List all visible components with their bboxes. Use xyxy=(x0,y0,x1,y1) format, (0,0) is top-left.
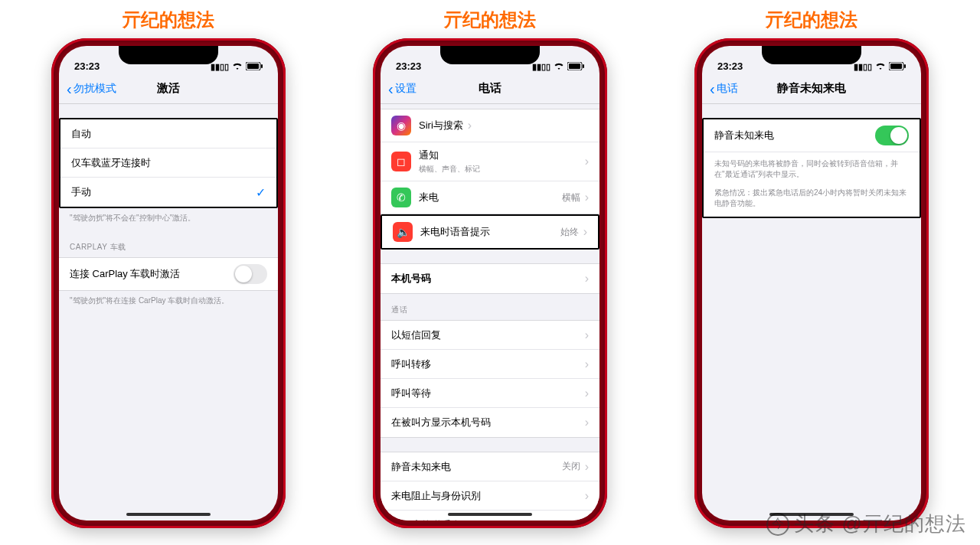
siri-icon: ◉ xyxy=(391,116,411,135)
page-title: 激活 xyxy=(157,81,180,96)
row-show-my-caller-id[interactable]: 在被叫方显示本机号码 › xyxy=(381,408,599,437)
wifi-icon xyxy=(554,63,564,72)
signal-icon: ▮▮▯▯ xyxy=(532,62,550,72)
carplay-toggle-row[interactable]: 连接 CarPlay 车载时激活 xyxy=(59,258,278,290)
row-call-waiting[interactable]: 呼叫等待 › xyxy=(381,379,599,408)
chevron-right-icon: › xyxy=(468,119,472,132)
chevron-left-icon: ‹ xyxy=(710,81,715,96)
row-incoming-calls[interactable]: ✆ 来电 横幅 › xyxy=(381,181,599,214)
chevron-right-icon: › xyxy=(585,387,589,400)
back-button[interactable]: ‹ 设置 xyxy=(388,73,416,103)
option-bluetooth[interactable]: 仅车载蓝牙连接时 xyxy=(60,148,276,178)
row-announce-calls[interactable]: 🔈 来电时语音提示 始终 › xyxy=(382,216,598,248)
silence-unknown-group: 静音未知来电 未知号码的来电将被静音，同时会被转到语音信箱，并在"最近通话"列表… xyxy=(702,118,921,218)
note-1: "驾驶勿扰"将不会在"控制中心"激活。 xyxy=(59,208,278,231)
caption-3: 亓纪的想法 xyxy=(766,8,858,32)
status-time: 23:23 xyxy=(396,60,421,72)
option-auto[interactable]: 自动 xyxy=(60,119,276,148)
back-label: 电话 xyxy=(717,82,738,96)
page-title: 电话 xyxy=(479,81,501,96)
wifi-icon xyxy=(232,63,243,72)
phone-frame-3: 23:23 ▮▮▯▯ ‹ 电话 xyxy=(694,38,929,528)
row-notifications[interactable]: ◻ 通知 横幅、声音、标记 › xyxy=(381,142,599,181)
chevron-right-icon: › xyxy=(583,225,587,239)
chevron-right-icon: › xyxy=(585,518,589,521)
chevron-right-icon: › xyxy=(585,191,589,204)
row-call-forwarding[interactable]: 呼叫转移 › xyxy=(381,350,599,379)
nav-bar: ‹ 勿扰模式 激活 xyxy=(59,73,278,104)
silence-note-b: 紧急情况：拨出紧急电话后的24小时内将暂时关闭未知来电静音功能。 xyxy=(704,188,920,217)
battery-icon xyxy=(889,62,906,72)
row-siri-search[interactable]: ◉ Siri与搜索 › xyxy=(381,109,599,142)
chevron-left-icon: ‹ xyxy=(388,81,394,96)
row-silence-unknown[interactable]: 静音未知来电 关闭 › xyxy=(381,452,599,481)
home-indicator[interactable] xyxy=(448,513,532,516)
chevron-right-icon: › xyxy=(585,357,589,371)
svg-rect-2 xyxy=(247,64,259,69)
wifi-icon xyxy=(875,63,886,72)
page-title: 静音未知来电 xyxy=(777,81,846,96)
row-call-blocking-id[interactable]: 来电阻止与身份识别 › xyxy=(381,481,599,511)
status-icons: ▮▮▯▯ xyxy=(532,62,584,72)
back-button[interactable]: ‹ 电话 xyxy=(710,73,738,103)
svg-rect-4 xyxy=(583,64,584,68)
notch xyxy=(762,46,861,64)
battery-icon xyxy=(246,62,263,72)
status-time: 23:23 xyxy=(74,60,100,72)
notch xyxy=(119,46,218,64)
svg-rect-5 xyxy=(569,64,580,69)
row-respond-with-text[interactable]: 以短信回复 › xyxy=(381,321,599,350)
bell-icon: ◻ xyxy=(391,152,411,171)
notch xyxy=(440,46,540,64)
status-icons: ▮▮▯▯ xyxy=(211,62,263,72)
note-2: "驾驶勿扰"将在连接 CarPlay 车载时自动激活。 xyxy=(59,291,278,314)
checkmark-icon: ✓ xyxy=(256,185,266,200)
activate-options: 自动 仅车载蓝牙连接时 手动 ✓ xyxy=(59,118,278,208)
silence-note-a: 未知号码的来电将被静音，同时会被转到语音信箱，并在"最近通话"列表中显示。 xyxy=(704,152,920,188)
status-time: 23:23 xyxy=(717,60,743,72)
battery-icon xyxy=(567,62,584,72)
phone-frame-1: 23:23 ▮▮▯▯ ‹ 勿扰模式 xyxy=(51,38,286,528)
phone-frame-2: 23:23 ▮▮▯▯ ‹ 设置 xyxy=(373,38,607,528)
chevron-right-icon: › xyxy=(585,489,589,503)
silence-unknown-toggle-row[interactable]: 静音未知来电 xyxy=(704,119,920,152)
phone-icon: ✆ xyxy=(391,188,411,207)
silence-unknown-toggle[interactable] xyxy=(875,126,909,145)
chevron-right-icon: › xyxy=(585,155,589,168)
caption-2: 亓纪的想法 xyxy=(444,8,536,32)
svg-rect-8 xyxy=(890,64,902,69)
chevron-left-icon: ‹ xyxy=(67,81,72,96)
option-manual[interactable]: 手动 ✓ xyxy=(60,178,276,207)
signal-icon: ▮▮▯▯ xyxy=(211,62,229,72)
chevron-right-icon: › xyxy=(585,416,589,429)
svg-rect-1 xyxy=(261,64,263,68)
caption-1: 亓纪的想法 xyxy=(122,8,214,32)
back-label: 设置 xyxy=(395,82,416,96)
carplay-header: CARPLAY 车载 xyxy=(59,231,278,257)
carplay-toggle[interactable] xyxy=(234,264,267,284)
watermark-icon: 今 xyxy=(766,513,789,536)
back-label: 勿扰模式 xyxy=(74,82,116,96)
announce-icon: 🔈 xyxy=(393,222,413,242)
nav-bar: ‹ 设置 电话 xyxy=(381,73,599,104)
status-icons: ▮▮▯▯ xyxy=(854,62,906,72)
chevron-right-icon: › xyxy=(585,272,589,286)
calls-header: 通话 xyxy=(381,294,599,320)
signal-icon: ▮▮▯▯ xyxy=(854,62,872,72)
home-indicator[interactable] xyxy=(769,513,854,516)
svg-rect-7 xyxy=(904,64,906,68)
chevron-right-icon: › xyxy=(585,460,589,474)
back-button[interactable]: ‹ 勿扰模式 xyxy=(67,73,116,103)
chevron-right-icon: › xyxy=(585,328,589,342)
home-indicator[interactable] xyxy=(126,513,211,516)
row-my-number[interactable]: 本机号码 › xyxy=(381,264,599,293)
nav-bar: ‹ 电话 静音未知来电 xyxy=(702,73,921,104)
